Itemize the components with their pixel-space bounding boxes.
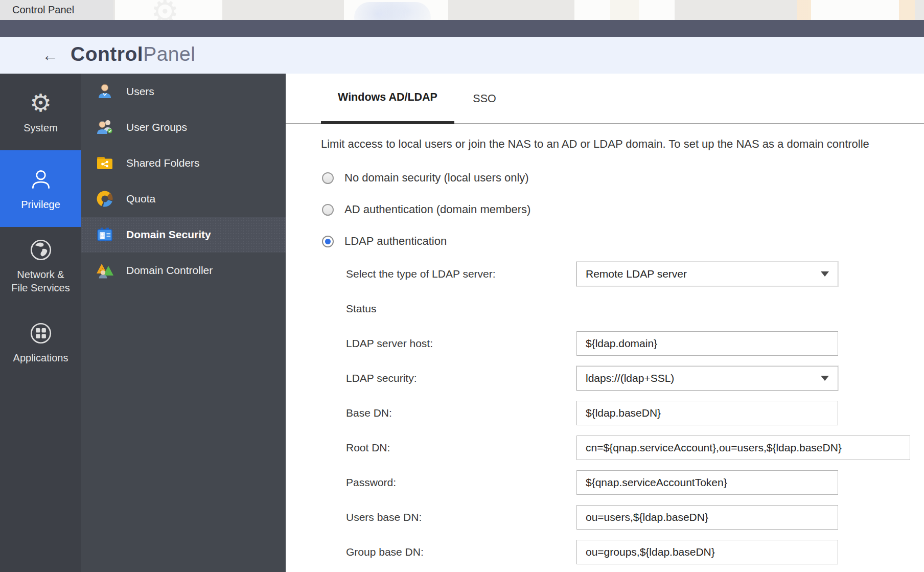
taskbar-tab-control-panel[interactable]: Control Panel <box>0 0 113 20</box>
submenu-item-shared-folders[interactable]: Shared Folders <box>81 145 286 181</box>
radio-label: No domain security (local users only) <box>344 171 529 185</box>
radio-circle-icon <box>322 172 334 184</box>
gear-icon: ⚙ <box>30 90 52 117</box>
page-title-secondary: Panel <box>143 43 195 65</box>
submenu-item-label: Quota <box>126 193 155 205</box>
form-row-ldap-server-type: Select the type of LDAP server: Remote L… <box>286 257 924 291</box>
selected-option: Remote LDAP server <box>586 268 687 280</box>
caret-down-icon <box>821 376 829 381</box>
sidebar-item-system[interactable]: ⚙ System <box>0 74 81 150</box>
submenu-item-label: User Groups <box>126 121 187 133</box>
id-badge-icon <box>95 225 115 244</box>
ldap-server-host-input[interactable] <box>576 331 838 356</box>
root-dn-input[interactable] <box>576 436 910 460</box>
user-icon <box>95 82 115 101</box>
form-row-group-base-dn: Group base DN: <box>286 535 924 569</box>
tab-label: SSO <box>473 93 496 105</box>
page-description: Limit access to local users or join the … <box>321 138 924 151</box>
privilege-submenu: Users User Groups <box>81 74 286 572</box>
ldap-settings-form: Select the type of LDAP server: Remote L… <box>286 257 924 569</box>
field-label: Root DN: <box>346 442 390 454</box>
form-row-ldap-security: LDAP security: ldaps://(ldap+SSL) <box>286 361 924 396</box>
form-row-users-base-dn: Users base DN: <box>286 500 924 535</box>
form-row-base-dn: Base DN: <box>286 396 924 430</box>
radio-label: LDAP authentication <box>344 235 447 248</box>
window-header: ← ControlPanel <box>0 37 924 74</box>
submenu-item-label: Domain Controller <box>126 264 213 277</box>
form-row-status: Status <box>286 291 924 326</box>
field-label: Password: <box>346 476 396 489</box>
ldap-server-type-select[interactable]: Remote LDAP server <box>576 262 838 286</box>
base-dn-input[interactable] <box>576 401 838 425</box>
tab-windows-ad-ldap[interactable]: Windows AD/LDAP <box>321 74 454 124</box>
sidebar-item-network-file-services[interactable]: Network & File Services <box>0 227 81 304</box>
category-sidebar: ⚙ System Privilege Network & File Servic… <box>0 74 81 572</box>
page-title-primary: Control <box>71 43 143 65</box>
domain-controller-icon <box>95 261 115 280</box>
shared-folder-icon <box>95 153 115 173</box>
submenu-item-user-groups[interactable]: User Groups <box>81 109 286 145</box>
field-label: Users base DN: <box>346 511 422 523</box>
radio-ad-authentication[interactable]: AD authentication (domain members) <box>322 194 530 225</box>
quota-donut-icon <box>95 189 115 209</box>
password-input[interactable] <box>576 470 838 495</box>
content-pane: Windows AD/LDAP SSO Limit access to loca… <box>286 74 924 572</box>
globe-icon <box>28 237 54 263</box>
taskbar-tab-label: Control Panel <box>12 4 74 16</box>
user-silhouette-icon <box>28 167 54 193</box>
status-label: Status <box>346 303 377 315</box>
radio-circle-icon <box>322 204 334 216</box>
sidebar-item-privilege[interactable]: Privilege <box>0 150 81 227</box>
sidebar-item-label: Privilege <box>21 198 60 211</box>
app-grid-icon <box>28 320 54 347</box>
users-base-dn-input[interactable] <box>576 505 838 530</box>
submenu-item-users[interactable]: Users <box>81 74 286 109</box>
ldap-security-select[interactable]: ldaps://(ldap+SSL) <box>576 366 838 391</box>
field-label: Group base DN: <box>346 546 424 558</box>
back-button[interactable]: ← <box>39 45 61 65</box>
radio-circle-icon <box>322 236 334 247</box>
submenu-item-domain-security[interactable]: Domain Security <box>81 217 286 253</box>
tab-label: Windows AD/LDAP <box>338 91 437 104</box>
tab-bar: Windows AD/LDAP SSO <box>286 74 924 124</box>
field-label: Select the type of LDAP server: <box>346 268 496 280</box>
window-thumbnail <box>797 0 915 20</box>
arrow-left-icon: ← <box>42 46 58 65</box>
selected-option: ldaps://(ldap+SSL) <box>586 372 674 384</box>
submenu-item-domain-controller[interactable]: Domain Controller <box>81 253 286 288</box>
field-label: LDAP security: <box>346 372 417 384</box>
sidebar-item-applications[interactable]: Applications <box>0 304 81 380</box>
tab-sso[interactable]: SSO <box>464 74 505 124</box>
form-row-password: Password: <box>286 465 924 500</box>
submenu-item-quota[interactable]: Quota <box>81 181 286 217</box>
submenu-item-label: Shared Folders <box>126 157 200 169</box>
window-thumbnail <box>115 0 222 20</box>
group-base-dn-input[interactable] <box>576 540 838 564</box>
field-label: LDAP server host: <box>346 337 433 350</box>
window-thumbnail <box>344 0 448 20</box>
caret-down-icon <box>821 271 829 277</box>
submenu-item-label: Domain Security <box>126 228 211 241</box>
window-thumbnail <box>574 0 675 20</box>
radio-ldap-authentication[interactable]: LDAP authentication <box>322 225 530 257</box>
top-divider-bar <box>0 20 924 37</box>
sidebar-item-label: System <box>24 121 58 134</box>
radio-no-domain-security[interactable]: No domain security (local users only) <box>322 162 530 194</box>
page-title: ControlPanel <box>71 43 195 65</box>
sidebar-item-label: Applications <box>13 351 68 364</box>
user-group-icon <box>95 118 115 137</box>
domain-security-radio-group: No domain security (local users only) AD… <box>322 162 530 257</box>
sidebar-item-label: Network & File Services <box>11 268 70 294</box>
form-row-root-dn: Root DN: <box>286 430 924 465</box>
submenu-item-label: Users <box>126 85 154 98</box>
form-row-ldap-server-host: LDAP server host: <box>286 326 924 361</box>
taskbar: Control Panel <box>0 0 924 20</box>
radio-label: AD authentication (domain members) <box>344 203 530 216</box>
field-label: Base DN: <box>346 407 392 419</box>
